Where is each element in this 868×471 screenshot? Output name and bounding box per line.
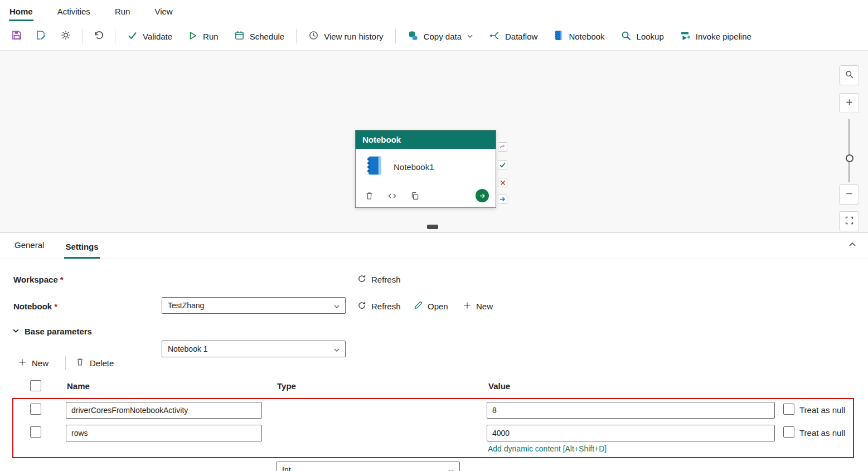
view-run-history-button[interactable]: View run history xyxy=(300,26,391,47)
param-name-input[interactable] xyxy=(66,425,262,441)
calendar-icon xyxy=(234,30,245,42)
menu-activities[interactable]: Activities xyxy=(57,2,91,21)
activity-name: Notebook1 xyxy=(394,162,434,172)
toolbar-separator xyxy=(395,29,396,43)
clone-activity-icon[interactable] xyxy=(410,191,420,201)
workspace-refresh-label: Refresh xyxy=(371,275,401,284)
param-type-dropdown[interactable]: Int xyxy=(276,462,460,471)
activity-card-actions xyxy=(365,189,489,202)
row-checkbox[interactable] xyxy=(30,404,41,415)
param-value-input[interactable] xyxy=(487,425,775,441)
column-header-type: Type xyxy=(277,381,296,391)
port-skip-icon[interactable] xyxy=(498,142,507,152)
lookup-button[interactable]: Lookup xyxy=(613,26,672,47)
notebook-open-button[interactable]: Open xyxy=(414,298,448,314)
chevron-down-icon xyxy=(333,303,340,312)
workspace-refresh-button[interactable]: Refresh xyxy=(357,271,401,288)
parameter-delete-button[interactable]: Delete xyxy=(75,353,114,372)
parameter-new-label: New xyxy=(32,358,49,368)
port-fail-icon[interactable] xyxy=(498,178,507,187)
canvas-search-button[interactable] xyxy=(839,65,859,85)
dataflow-button[interactable]: Dataflow xyxy=(481,26,545,47)
code-view-icon[interactable] xyxy=(387,191,397,201)
schedule-label: Schedule xyxy=(250,32,285,41)
menu-home[interactable]: Home xyxy=(9,2,33,21)
param-name-input[interactable] xyxy=(66,402,262,419)
save-as-icon xyxy=(36,30,47,43)
schedule-button[interactable]: Schedule xyxy=(226,26,293,47)
run-label: Run xyxy=(203,32,219,41)
view-run-history-label: View run history xyxy=(324,32,383,41)
settings-button[interactable] xyxy=(54,26,78,47)
treat-as-null-checkbox[interactable] xyxy=(783,404,794,415)
column-header-value: Value xyxy=(488,381,510,391)
invoke-pipeline-button[interactable]: Invoke pipeline xyxy=(672,26,759,47)
activity-card-header: Notebook xyxy=(356,130,496,149)
undo-button[interactable] xyxy=(86,26,111,47)
notebook-refresh-label: Refresh xyxy=(371,302,401,311)
refresh-icon xyxy=(357,274,367,285)
collapse-panel-button[interactable] xyxy=(848,240,857,251)
toolbar: Validate Run Schedule View run history C… xyxy=(0,22,868,51)
add-dynamic-content-link[interactable]: Add dynamic content [Alt+Shift+D] xyxy=(488,444,607,453)
notebook-dropdown-value: Notebook 1 xyxy=(168,344,208,353)
zoom-in-button[interactable] xyxy=(839,93,859,113)
pencil-icon xyxy=(414,300,423,312)
search-icon xyxy=(845,70,854,81)
save-button[interactable] xyxy=(4,26,29,47)
copy-data-button[interactable]: Copy data xyxy=(400,26,481,47)
save-as-button[interactable] xyxy=(29,26,54,47)
tab-general[interactable]: General xyxy=(13,234,45,259)
notebook-activity-card[interactable]: Notebook Notebook1 xyxy=(355,130,496,208)
notebook-label: Notebook* xyxy=(13,302,57,311)
port-completion-icon[interactable] xyxy=(498,195,507,204)
menu-run[interactable]: Run xyxy=(114,2,131,21)
row-checkbox[interactable] xyxy=(30,426,41,438)
notebook-refresh-button[interactable]: Refresh xyxy=(357,298,401,314)
delete-activity-icon[interactable] xyxy=(365,191,374,201)
required-asterisk: * xyxy=(54,302,57,311)
port-success-icon[interactable] xyxy=(498,160,507,169)
fit-to-screen-button[interactable] xyxy=(839,211,859,231)
zoom-slider-knob[interactable] xyxy=(846,154,854,162)
notebook-new-label: New xyxy=(476,302,493,311)
toolbar-separator xyxy=(115,29,115,43)
run-button[interactable]: Run xyxy=(180,26,226,47)
panel-resize-handle[interactable] xyxy=(427,225,438,229)
menu-view[interactable]: View xyxy=(154,2,173,21)
properties-panel: General Settings Workspace* TestZhang Re… xyxy=(0,233,868,471)
menu-bar: Home Activities Run View xyxy=(0,0,868,22)
notebook-label: Notebook xyxy=(569,32,604,41)
chevron-down-icon xyxy=(12,327,20,336)
play-icon xyxy=(188,31,198,42)
pipeline-canvas[interactable]: Notebook Notebook1 xyxy=(0,51,868,233)
treat-as-null-checkbox[interactable] xyxy=(783,426,794,438)
select-all-checkbox[interactable] xyxy=(30,380,41,391)
workspace-dropdown[interactable]: TestZhang xyxy=(162,297,346,314)
add-next-activity-button[interactable] xyxy=(476,189,489,202)
parameter-delete-label: Delete xyxy=(90,358,114,368)
chevron-down-icon xyxy=(333,346,340,355)
fit-to-screen-icon xyxy=(845,216,854,227)
undo-icon xyxy=(93,30,104,43)
zoom-slider-track[interactable] xyxy=(848,119,850,182)
param-value-input[interactable] xyxy=(487,402,775,419)
dataflow-label: Dataflow xyxy=(505,32,537,41)
plus-icon xyxy=(463,301,472,312)
validate-button[interactable]: Validate xyxy=(119,26,180,47)
chevron-down-icon xyxy=(448,467,454,471)
notebook-new-button[interactable]: New xyxy=(463,298,493,314)
gear-icon xyxy=(60,30,71,43)
notebook-button[interactable]: Notebook xyxy=(545,26,612,47)
workspace-label-text: Workspace xyxy=(13,275,58,284)
trash-icon xyxy=(75,357,85,368)
workspace-dropdown-value: TestZhang xyxy=(168,301,204,310)
base-parameters-header[interactable]: Base parameters xyxy=(12,327,92,336)
notebook-dropdown[interactable]: Notebook 1 xyxy=(162,341,346,357)
parameter-new-button[interactable]: New xyxy=(18,353,49,372)
copy-data-icon xyxy=(408,30,419,43)
zoom-out-button[interactable] xyxy=(839,184,859,205)
validate-check-icon xyxy=(127,30,138,42)
clock-icon xyxy=(308,30,319,42)
tab-settings[interactable]: Settings xyxy=(64,235,99,259)
